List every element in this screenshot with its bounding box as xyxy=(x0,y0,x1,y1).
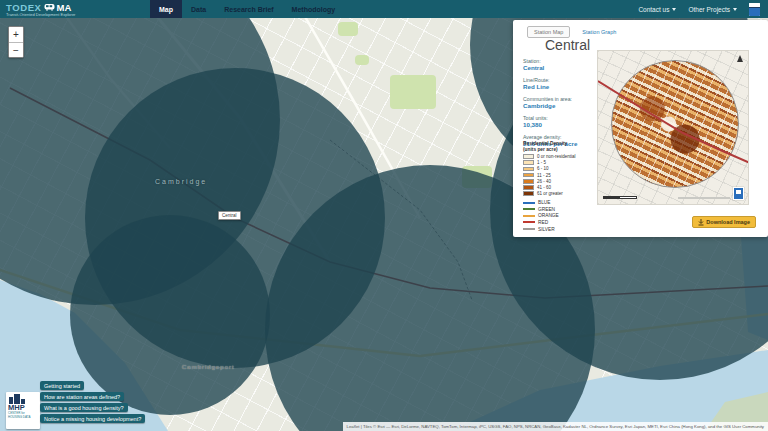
good-housing-density-button[interactable]: What is a good housing density? xyxy=(40,403,128,412)
todex-app: TODEX MA Transit-Oriented Development Ex… xyxy=(0,0,768,431)
contact-us-dropdown[interactable]: Contact us xyxy=(638,6,676,13)
map-zoom-control: + − xyxy=(8,26,24,58)
tab-station-graph[interactable]: Station Graph xyxy=(582,29,616,35)
station-info: Station: Central Line/Route: Red Line Co… xyxy=(523,58,597,153)
tab-map[interactable]: Map xyxy=(150,0,182,18)
contact-us-label: Contact us xyxy=(638,6,669,13)
neighborhood-label-cambridgeport: Cambridgeport xyxy=(182,364,235,370)
city-label-cambridge: Cambridge xyxy=(155,178,207,185)
field-value: Central xyxy=(523,64,597,71)
legend-item: 11 - 25 xyxy=(523,173,597,178)
line-legend-item: RED xyxy=(523,220,597,225)
nav-tabs: Map Data Research Brief Methodology xyxy=(150,0,344,18)
line-legend-item: GREEN xyxy=(523,207,597,212)
mhp-header-logo[interactable] xyxy=(749,3,760,16)
train-icon xyxy=(44,3,55,11)
field-total-units: Total units: 10,380 xyxy=(523,115,597,128)
line-swatch xyxy=(523,215,535,217)
legend-swatch xyxy=(523,160,534,165)
help-buttons: Getting started How are station areas de… xyxy=(40,381,145,425)
map-attribution: Leaflet | Tiles © Esri — Esri, DeLorme, … xyxy=(343,422,768,431)
station-areas-defined-button[interactable]: How are station areas defined? xyxy=(40,392,124,401)
field-station: Station: Central xyxy=(523,58,597,71)
field-value: Red Line xyxy=(523,83,597,90)
mhp-logo-sub2: HOUSING DATA xyxy=(8,416,30,420)
minimap-attribution xyxy=(678,197,730,199)
legend-swatch xyxy=(523,154,534,159)
station-marker-central[interactable]: Central xyxy=(218,211,241,220)
header: TODEX MA Transit-Oriented Development Ex… xyxy=(0,0,768,18)
missing-development-button[interactable]: Notice a missing housing development? xyxy=(40,414,145,423)
other-projects-label: Other Projects xyxy=(688,6,730,13)
field-value: Cambridge xyxy=(523,102,597,109)
line-legend: BLUE GREEN ORANGE RED SILVER xyxy=(523,200,597,231)
line-legend-item: BLUE xyxy=(523,200,597,205)
getting-started-button[interactable]: Getting started xyxy=(40,381,84,390)
scale-bar xyxy=(603,196,637,199)
legend-item: 26 - 40 xyxy=(523,179,597,184)
download-image-button[interactable]: Download Image xyxy=(692,216,756,228)
field-value: 10,380 xyxy=(523,121,597,128)
logo-subtitle: Transit-Oriented Development Explorer xyxy=(6,12,142,17)
line-swatch xyxy=(523,208,535,210)
north-arrow-icon xyxy=(737,55,743,62)
legend-item: 41 - 60 xyxy=(523,185,597,190)
legend-swatch xyxy=(523,191,534,196)
tab-methodology[interactable]: Methodology xyxy=(283,0,345,18)
zoom-out-button[interactable]: − xyxy=(9,42,23,57)
legend-item: 6 - 10 xyxy=(523,166,597,171)
line-swatch xyxy=(523,202,535,204)
station-panel: Station Map Station Graph Central Statio… xyxy=(513,20,768,237)
field-line-route: Line/Route: Red Line xyxy=(523,77,597,90)
chevron-down-icon xyxy=(672,8,676,11)
logo-text-todex: TODEX xyxy=(6,3,42,12)
station-minimap xyxy=(597,50,749,205)
legend-swatch xyxy=(523,185,534,190)
legend-subtitle: (units per acre) xyxy=(523,147,597,153)
chevron-down-icon xyxy=(733,8,737,11)
other-projects-dropdown[interactable]: Other Projects xyxy=(688,6,737,13)
density-legend: Residential Density (units per acre) 0 o… xyxy=(523,141,597,233)
minimap-overlay xyxy=(598,51,749,205)
mhp-minimap-logo xyxy=(733,187,744,200)
download-label: Download Image xyxy=(706,219,750,225)
legend-swatch xyxy=(523,179,534,184)
legend-item: 0 or non-residential xyxy=(523,154,597,159)
app-logo: TODEX MA Transit-Oriented Development Ex… xyxy=(0,0,150,18)
tab-research-brief[interactable]: Research Brief xyxy=(215,0,282,18)
legend-item: 1 - 5 xyxy=(523,160,597,165)
line-swatch xyxy=(523,221,535,223)
tab-data[interactable]: Data xyxy=(182,0,215,18)
legend-item: 61 or greater xyxy=(523,191,597,196)
zoom-in-button[interactable]: + xyxy=(9,27,23,42)
page-title: Central xyxy=(545,37,590,53)
legend-swatch xyxy=(523,167,534,172)
legend-swatch xyxy=(523,173,534,178)
field-communities: Communities in area: Cambridge xyxy=(523,96,597,109)
logo-text-ma: MA xyxy=(57,3,72,12)
line-swatch xyxy=(523,228,535,230)
download-icon xyxy=(698,219,704,226)
line-legend-item: ORANGE xyxy=(523,213,597,218)
mhp-logo[interactable]: MHP CENTER for HOUSING DATA xyxy=(6,392,40,429)
line-legend-item: SILVER xyxy=(523,227,597,232)
